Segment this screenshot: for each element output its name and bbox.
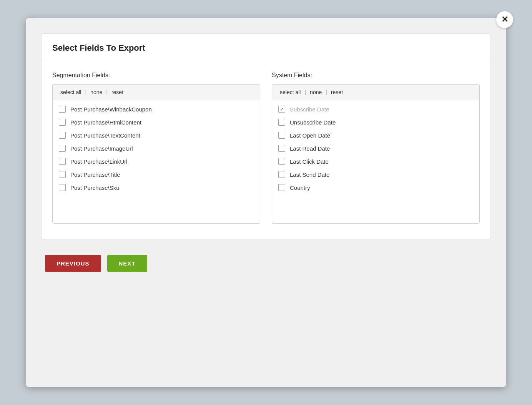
previous-button[interactable]: PREVIOUS [45, 255, 101, 272]
sys-field-label-6: Country [290, 184, 310, 191]
list-item: Last Click Date [278, 158, 473, 165]
modal-overlay: ✕ Select Fields To Export Segmentation F… [0, 0, 532, 405]
seg-none-button[interactable]: none [89, 88, 104, 96]
list-item: Post Purchase\LinkUrl [59, 158, 254, 165]
next-button[interactable]: NEXT [107, 255, 147, 272]
card-header: Select Fields To Export [42, 34, 490, 61]
segmentation-field-box: select all | none | reset Post Purchase\… [52, 84, 260, 224]
seg-field-label-2: Post Purchase\TextContent [70, 132, 140, 139]
sys-field-label-1: Unsubscribe Date [290, 119, 336, 126]
list-item: Last Read Date [278, 145, 473, 152]
list-item: Post Purchase\WinbackCoupon [59, 106, 254, 113]
seg-field-label-1: Post Purchase\HtmlContent [70, 119, 141, 126]
list-item: Post Purchase\HtmlContent [59, 119, 254, 126]
seg-divider-2: | [106, 89, 108, 95]
seg-field-label-4: Post Purchase\LinkUrl [70, 158, 127, 165]
sys-checkbox-0[interactable] [278, 106, 285, 113]
seg-checkbox-4[interactable] [59, 158, 66, 165]
sys-checkbox-6[interactable] [278, 184, 285, 191]
segmentation-section: Segmentation Fields: select all | none |… [52, 72, 260, 224]
seg-checkbox-1[interactable] [59, 119, 66, 126]
system-toolbar: select all | none | reset [272, 85, 479, 100]
sys-divider-2: | [326, 89, 327, 95]
card-body: Segmentation Fields: select all | none |… [42, 61, 490, 227]
segmentation-toolbar: select all | none | reset [53, 85, 260, 100]
list-item: Post Purchase\Title [59, 171, 254, 178]
close-button[interactable]: ✕ [496, 11, 513, 28]
list-item: Country [278, 184, 473, 191]
seg-field-label-0: Post Purchase\WinbackCoupon [70, 106, 152, 113]
system-field-box: select all | none | reset Subscribe Date… [272, 84, 480, 224]
sys-none-button[interactable]: none [308, 88, 323, 96]
seg-checkbox-2[interactable] [59, 132, 66, 139]
seg-select-all-button[interactable]: select all [59, 88, 83, 96]
system-section: System Fields: select all | none | reset… [272, 72, 480, 224]
segmentation-section-label: Segmentation Fields: [52, 72, 260, 79]
seg-field-label-5: Post Purchase\Title [70, 171, 120, 178]
sys-checkbox-3[interactable] [278, 145, 285, 152]
sys-field-label-5: Last Send Date [290, 171, 329, 178]
sys-field-label-3: Last Read Date [290, 145, 330, 152]
seg-divider-1: | [85, 89, 86, 95]
seg-checkbox-0[interactable] [59, 106, 66, 113]
list-item: Last Send Date [278, 171, 473, 178]
sys-checkbox-4[interactable] [278, 158, 285, 165]
seg-field-label-3: Post Purchase\ImageUrl [70, 145, 133, 152]
list-item: Unsubscribe Date [278, 119, 473, 126]
list-item: Post Purchase\ImageUrl [59, 145, 254, 152]
list-item: Subscribe Date [278, 106, 473, 113]
sys-checkbox-5[interactable] [278, 171, 285, 178]
segmentation-field-list: Post Purchase\WinbackCouponPost Purchase… [53, 100, 260, 223]
seg-checkbox-6[interactable] [59, 184, 66, 191]
modal-container: ✕ Select Fields To Export Segmentation F… [26, 18, 506, 387]
sys-reset-button[interactable]: reset [329, 88, 344, 96]
sys-field-label-0: Subscribe Date [290, 106, 329, 113]
sys-field-label-4: Last Click Date [290, 158, 329, 165]
seg-reset-button[interactable]: reset [110, 88, 125, 96]
card-title: Select Fields To Export [52, 43, 145, 53]
list-item: Post Purchase\TextContent [59, 132, 254, 139]
system-field-list: Subscribe DateUnsubscribe DateLast Open … [272, 100, 479, 223]
list-item: Last Open Date [278, 132, 473, 139]
sys-select-all-button[interactable]: select all [278, 88, 302, 96]
list-item: Post Purchase\Sku [59, 184, 254, 191]
sys-checkbox-1[interactable] [278, 119, 285, 126]
seg-field-label-6: Post Purchase\Sku [70, 184, 120, 191]
sys-field-label-2: Last Open Date [290, 132, 330, 139]
footer-buttons: PREVIOUS NEXT [41, 255, 491, 272]
sys-divider-1: | [304, 89, 306, 95]
seg-checkbox-3[interactable] [59, 145, 66, 152]
inner-card: Select Fields To Export Segmentation Fie… [41, 33, 491, 239]
sys-checkbox-2[interactable] [278, 132, 285, 139]
seg-checkbox-5[interactable] [59, 171, 66, 178]
system-section-label: System Fields: [272, 72, 480, 79]
